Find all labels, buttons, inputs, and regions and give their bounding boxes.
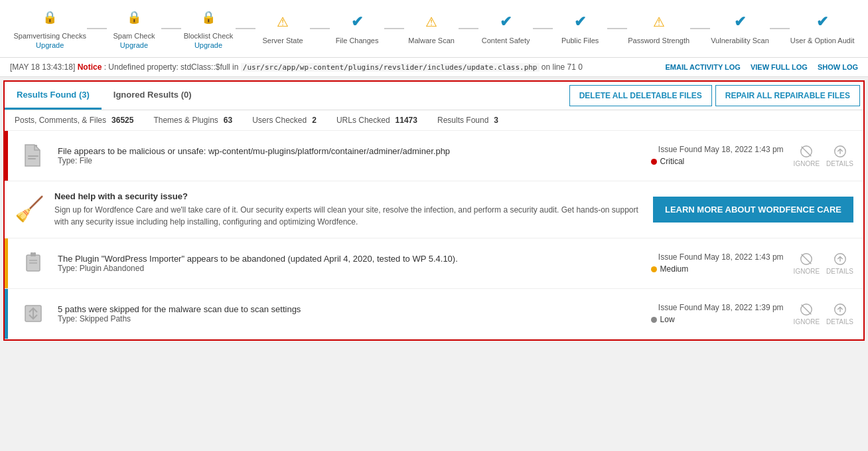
result-severity-2: Medium	[651, 264, 784, 274]
svg-line-24	[802, 304, 812, 314]
result-severity-3: Low	[651, 315, 784, 324]
accent-bar-blue	[5, 289, 8, 339]
accent-bar-red	[5, 131, 8, 181]
step-label: Blocklist CheckUpgrade	[184, 31, 234, 50]
lock-icon: 🔒	[201, 10, 216, 25]
result-body-1: File appears to be malicious or unsafe: …	[58, 146, 641, 165]
ignore-label: IGNORE	[794, 268, 820, 275]
result-meta-2: Issue Found May 18, 2022 1:43 pm Medium	[651, 252, 784, 274]
result-item-2: The Plugin "WordPress Importer" appears …	[5, 238, 863, 289]
email-log-link[interactable]: EMAIL ACTIVITY LOG	[665, 63, 740, 71]
step-line	[236, 28, 255, 29]
svg-rect-13	[33, 252, 36, 256]
step-malware-scan: ⚠ Malware Scan	[405, 11, 458, 45]
result-subtype-3: Type: Skipped Paths	[58, 314, 641, 323]
ignore-button-1[interactable]: IGNORE	[794, 144, 820, 167]
notice-type: Notice	[78, 62, 102, 72]
result-title-3: 5 paths were skipped for the malware sca…	[58, 304, 641, 314]
step-spamvertising: 🔒 Spamvertising ChecksUpgrade	[14, 7, 86, 50]
step-blocklist-check: 🔒 Blocklist CheckUpgrade	[182, 7, 235, 50]
details-button-1[interactable]: DETAILS	[826, 144, 853, 167]
step-label: Malware Scan	[408, 36, 455, 45]
details-label: DETAILS	[826, 318, 853, 325]
notice-message: : Undefined property: stdClass::$full in	[104, 62, 241, 72]
result-title-2: The Plugin "WordPress Importer" appears …	[58, 254, 641, 264]
care-icon: 🧹	[15, 195, 44, 223]
repair-all-button[interactable]: REPAIR ALL REPAIRABLE FILES	[715, 85, 860, 106]
delete-all-button[interactable]: DELETE ALL DELETABLE FILES	[569, 85, 712, 106]
ignore-button-3[interactable]: IGNORE	[794, 302, 820, 325]
stat-urls: URLs Checked 11473	[336, 116, 417, 125]
check-icon: ✔	[574, 13, 586, 31]
notice-actions: EMAIL ACTIVITY LOG VIEW FULL LOG SHOW LO…	[665, 63, 858, 71]
result-item-1: File appears to be malicious or unsafe: …	[5, 131, 863, 181]
step-line	[310, 28, 330, 29]
details-button-3[interactable]: DETAILS	[826, 302, 853, 325]
warning-icon: ⚠	[277, 14, 289, 30]
svg-line-16	[802, 254, 812, 264]
details-button-2[interactable]: DETAILS	[826, 252, 853, 275]
result-icon-plugin	[18, 248, 48, 278]
step-label: User & Option Audit	[790, 36, 855, 45]
step-label: Vulnerability Scan	[711, 36, 769, 45]
tabs-left: Results Found (3) Ignored Results (0)	[5, 82, 204, 110]
lock-icon: 🔒	[127, 10, 141, 25]
warning-icon: ⚠	[653, 14, 665, 30]
severity-dot-red	[651, 159, 657, 165]
care-banner: 🧹 Need help with a security issue? Sign …	[5, 181, 863, 238]
ignore-button-2[interactable]: IGNORE	[794, 252, 820, 275]
stat-results: Results Found 3	[437, 116, 498, 125]
step-label: Spamvertising ChecksUpgrade	[14, 31, 86, 50]
care-description: Sign up for Wordfence Care and we'll tak…	[54, 204, 643, 228]
care-button[interactable]: LEARN MORE ABOUT WORDFENCE CARE	[653, 197, 853, 223]
details-label: DETAILS	[826, 160, 853, 167]
details-label: DETAILS	[826, 268, 853, 275]
stat-posts-value: 36525	[111, 116, 133, 125]
result-actions-3: IGNORE DETAILS	[794, 302, 853, 325]
step-user-option-audit: ✔ User & Option Audit	[790, 11, 855, 45]
check-icon: ✔	[816, 13, 828, 31]
ignore-label: IGNORE	[794, 160, 820, 167]
svg-rect-2	[28, 158, 36, 159]
result-actions-2: IGNORE DETAILS	[794, 252, 853, 275]
severity-label-1: Critical	[660, 157, 685, 166]
stat-themes: Themes & Plugins 63	[153, 116, 232, 125]
step-line	[161, 28, 181, 29]
stat-users: Users Checked 2	[252, 116, 317, 125]
step-file-changes: ✔ File Changes	[330, 11, 384, 45]
show-log-link[interactable]: SHOW LOG	[818, 63, 858, 71]
notice-timestamp: [MAY 18 13:43:18]	[10, 62, 75, 72]
result-date-3: Issue Found May 18, 2022 1:39 pm	[651, 303, 784, 312]
notice-path: /usr/src/app/wp-content/plugins/revslide…	[241, 63, 540, 72]
stat-themes-value: 63	[224, 116, 232, 125]
view-full-log-link[interactable]: VIEW FULL LOG	[751, 63, 808, 71]
notice-bar: [MAY 18 13:43:18] Notice : Undefined pro…	[0, 58, 868, 77]
step-label: Content Safety	[482, 36, 530, 45]
step-label: Password Strength	[628, 36, 689, 45]
check-icon: ✔	[500, 13, 512, 31]
step-label: File Changes	[336, 36, 379, 45]
progress-bar: 🔒 Spamvertising ChecksUpgrade 🔒 Spam Che…	[0, 0, 868, 58]
result-icon-file	[18, 141, 48, 171]
result-item-3: 5 paths were skipped for the malware sca…	[5, 289, 863, 339]
step-public-files: ✔ Public Files	[553, 11, 607, 45]
warning-icon: ⚠	[425, 14, 437, 30]
notice-line: on line 71 0	[542, 62, 583, 72]
step-line	[459, 28, 478, 29]
stat-results-value: 3	[494, 116, 498, 125]
tab-ignored-results[interactable]: Ignored Results (0)	[102, 82, 204, 110]
check-icon: ✔	[734, 13, 746, 31]
step-password-strength: ⚠ Password Strength	[628, 11, 689, 45]
tabs-row: Results Found (3) Ignored Results (0) DE…	[5, 82, 863, 110]
stat-users-label: Users Checked	[252, 116, 307, 125]
result-body-3: 5 paths were skipped for the malware sca…	[58, 304, 641, 323]
svg-rect-1	[28, 155, 38, 157]
stat-posts: Posts, Comments, & Files 36525	[15, 116, 133, 125]
result-date-1: Issue Found May 18, 2022 1:43 pm	[651, 145, 784, 154]
ignore-label: IGNORE	[794, 318, 820, 325]
step-label: Public Files	[561, 36, 599, 45]
severity-dot-gray	[651, 317, 657, 323]
step-vulnerability-scan: ✔ Vulnerability Scan	[711, 11, 769, 45]
result-meta-3: Issue Found May 18, 2022 1:39 pm Low	[651, 303, 784, 324]
tab-results-found[interactable]: Results Found (3)	[5, 82, 102, 110]
